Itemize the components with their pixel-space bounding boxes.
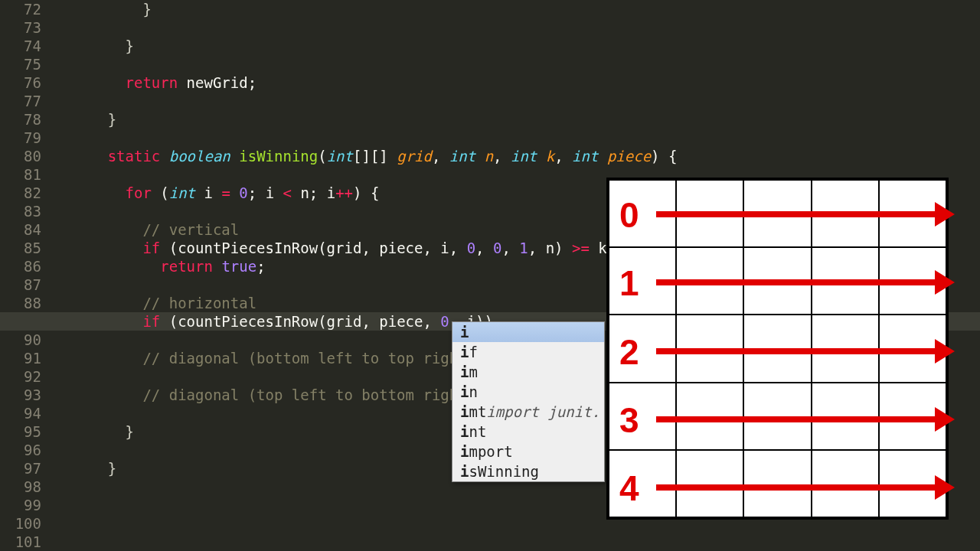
code-line[interactable]: static boolean isWinning(int[][] grid, i…: [55, 147, 980, 165]
line-number: 75: [0, 55, 41, 73]
line-number: 100: [0, 514, 41, 533]
arrow-icon: [656, 279, 938, 285]
line-number: 76: [0, 73, 41, 92]
autocomplete-popup[interactable]: iifiminimtimport junit.intimportisWinnin…: [452, 321, 605, 482]
line-number: 93: [0, 386, 41, 404]
line-number: 80: [0, 147, 41, 165]
line-number: 96: [0, 441, 41, 459]
autocomplete-item[interactable]: i: [452, 322, 604, 342]
line-number: 72: [0, 0, 41, 18]
line-number: 85: [0, 239, 41, 257]
autocomplete-item[interactable]: im: [452, 362, 604, 382]
code-line[interactable]: }: [55, 37, 980, 55]
line-number: 95: [0, 422, 41, 441]
line-number: 84: [0, 220, 41, 239]
arrow-icon: [656, 211, 938, 217]
line-number: 78: [0, 110, 41, 129]
line-number: 91: [0, 349, 41, 367]
autocomplete-item[interactable]: int: [452, 422, 604, 442]
grid-cell: [812, 450, 879, 517]
code-line[interactable]: [55, 533, 980, 551]
autocomplete-item[interactable]: import: [452, 442, 604, 461]
code-line[interactable]: return newGrid;: [55, 73, 980, 92]
arrow-icon: [656, 484, 938, 491]
line-number: 79: [0, 129, 41, 147]
line-number: 73: [0, 18, 41, 37]
line-number: 97: [0, 459, 41, 478]
grid-illustration: 01234: [606, 178, 949, 520]
line-number: 92: [0, 367, 41, 386]
autocomplete-item[interactable]: in: [452, 382, 604, 402]
line-number: 99: [0, 496, 41, 514]
code-line[interactable]: [55, 92, 980, 110]
line-number: 87: [0, 276, 41, 294]
line-number: 74: [0, 37, 41, 55]
grid-row-label: 3: [619, 399, 639, 441]
grid-cell: [743, 450, 811, 517]
line-number: 77: [0, 92, 41, 110]
grid-cell: [676, 450, 743, 517]
arrow-icon: [656, 416, 938, 422]
grid-row-label: 2: [619, 331, 639, 373]
grid-row-label: 4: [619, 468, 639, 509]
code-line[interactable]: [55, 129, 980, 147]
autocomplete-item[interactable]: if: [452, 342, 604, 362]
code-line[interactable]: [55, 55, 980, 73]
autocomplete-item[interactable]: isWinning: [452, 461, 604, 481]
line-number: 98: [0, 478, 41, 496]
line-number: 81: [0, 165, 41, 184]
line-number: 88: [0, 294, 41, 312]
line-number: 82: [0, 184, 41, 202]
line-number: 83: [0, 202, 41, 220]
grid-row-label: 0: [619, 194, 639, 236]
line-number: 94: [0, 404, 41, 422]
code-line[interactable]: }: [55, 0, 980, 18]
arrow-icon: [656, 348, 938, 354]
line-number: 90: [0, 331, 41, 349]
grid-row-label: 1: [619, 262, 639, 304]
line-number-gutter: 7273747576777879808182838485868788899091…: [0, 0, 55, 551]
line-number: 101: [0, 533, 41, 551]
code-line[interactable]: }: [55, 110, 980, 129]
line-number: 86: [0, 257, 41, 276]
autocomplete-item[interactable]: imtimport junit.: [452, 402, 604, 422]
code-line[interactable]: [55, 18, 980, 37]
